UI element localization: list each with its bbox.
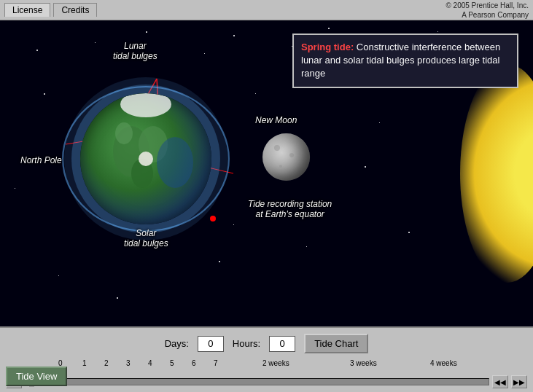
week-3-label: 3 weeks <box>350 359 377 367</box>
timeline-slider-track[interactable] <box>25 378 489 385</box>
star <box>15 188 15 189</box>
star <box>328 28 330 29</box>
info-box: Spring tide: Constructive interference b… <box>292 34 518 88</box>
star <box>365 166 366 168</box>
star <box>204 53 205 54</box>
playback-controls: ▶ ◀◀ ▶▶ <box>0 374 533 390</box>
star <box>117 297 118 299</box>
tide-view-button[interactable]: Tide View <box>6 366 67 386</box>
lunar-tidal-bulges-label: Lunar tidal bulges <box>113 41 157 61</box>
svg-point-14 <box>279 165 282 168</box>
star <box>437 31 438 32</box>
week-4-label: 4 weeks <box>430 359 457 367</box>
recording-station-label: Tide recording station at Earth's equato… <box>248 199 332 219</box>
star <box>306 246 307 247</box>
credits-tab[interactable]: Credits <box>53 3 97 17</box>
star <box>379 122 380 123</box>
star <box>219 261 220 262</box>
star <box>95 42 96 43</box>
copyright: © 2005 Prentice Hall, Inc. A Pearson Com… <box>446 1 529 20</box>
top-bar: License Credits © 2005 Prentice Hall, In… <box>0 0 533 20</box>
tick-6: 6 <box>192 359 196 367</box>
svg-point-15 <box>296 143 299 146</box>
week-2-label: 2 weeks <box>262 359 289 367</box>
tide-recording-dot <box>210 216 216 222</box>
days-label: Days: <box>165 338 189 349</box>
tick-1: 1 <box>82 359 87 367</box>
svg-point-13 <box>289 153 294 157</box>
skip-forward-icon: ▶▶ <box>513 378 525 386</box>
days-input[interactable] <box>198 336 224 352</box>
tick-2: 2 <box>104 359 109 367</box>
main-area: Spring tide: Constructive interference b… <box>0 20 533 392</box>
tick-4: 4 <box>148 359 152 367</box>
bottom-controls: Days: Hours: Tide Chart 0 1 2 3 4 5 6 7 … <box>0 326 533 392</box>
star <box>233 224 234 225</box>
timeline-labels-row: 0 1 2 3 4 5 6 7 2 weeks 3 weeks 4 weeks <box>0 359 533 374</box>
hours-label: Hours: <box>233 338 260 349</box>
star <box>44 93 45 95</box>
hours-input[interactable] <box>269 336 295 352</box>
license-tab[interactable]: License <box>4 3 50 17</box>
svg-point-12 <box>274 145 280 151</box>
tick-5: 5 <box>170 359 174 367</box>
skip-back-button[interactable]: ◀◀ <box>492 375 508 388</box>
star <box>146 31 147 33</box>
skip-forward-button[interactable]: ▶▶ <box>511 375 527 388</box>
tick-3: 3 <box>126 359 131 367</box>
star <box>408 232 410 233</box>
sun <box>460 64 533 283</box>
tick-7: 7 <box>214 359 218 367</box>
star <box>36 50 38 51</box>
star <box>255 93 256 94</box>
controls-row: Days: Hours: Tide Chart <box>0 328 533 359</box>
star <box>58 275 59 276</box>
moon <box>262 133 310 181</box>
skip-back-icon: ◀◀ <box>494 378 506 386</box>
north-pole-label: North Pole <box>20 155 62 165</box>
tide-chart-button[interactable]: Tide Chart <box>304 334 368 353</box>
earth-tidal-bulge <box>62 86 230 232</box>
spring-tide-label: Spring tide: <box>301 42 354 52</box>
new-moon-label: New Moon <box>255 115 297 125</box>
tab-buttons: License Credits <box>4 3 97 17</box>
star <box>233 35 235 36</box>
earth-container <box>66 79 226 239</box>
